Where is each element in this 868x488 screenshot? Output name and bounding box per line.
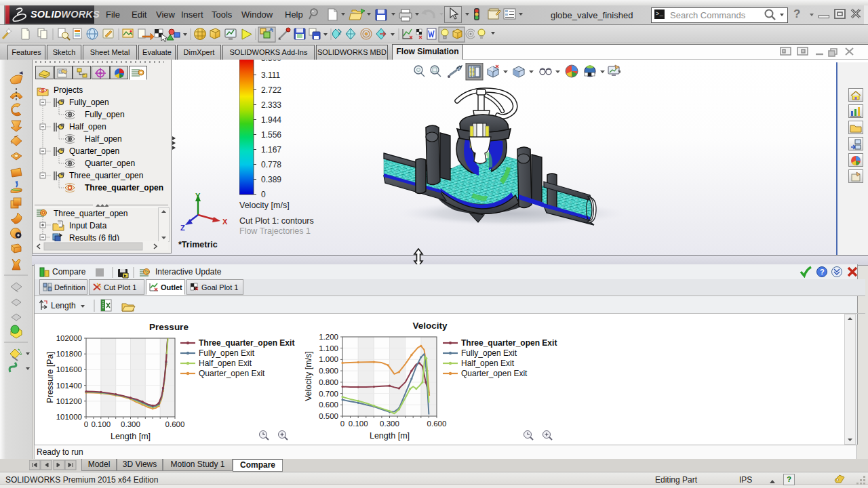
svg-text:0.300: 0.300 bbox=[380, 420, 399, 428]
svg-text:0: 0 bbox=[340, 420, 344, 428]
svg-text:0.500: 0.500 bbox=[319, 412, 338, 420]
svg-text:Quarter_open Exit: Quarter_open Exit bbox=[461, 369, 528, 378]
svg-text:0.900: 0.900 bbox=[319, 367, 338, 375]
svg-text:0: 0 bbox=[84, 420, 88, 428]
svg-text:Three_quarter_open Exit: Three_quarter_open Exit bbox=[199, 338, 294, 348]
svg-text:Length [m]: Length [m] bbox=[111, 432, 151, 441]
svg-text:0.600: 0.600 bbox=[319, 401, 338, 409]
svg-text:X: X bbox=[222, 218, 228, 226]
svg-text:?: ? bbox=[820, 268, 825, 276]
svg-text:1.200: 1.200 bbox=[319, 333, 338, 341]
svg-text:0.100: 0.100 bbox=[91, 420, 111, 428]
svg-text:Length [m]: Length [m] bbox=[370, 431, 410, 441]
svg-text:Fully_open Exit: Fully_open Exit bbox=[461, 348, 517, 358]
svg-text:Half_open Exit: Half_open Exit bbox=[199, 359, 252, 368]
svg-text:1.000: 1.000 bbox=[319, 355, 338, 363]
svg-text:Z: Z bbox=[180, 224, 185, 232]
svg-text:Quarter_open Exit: Quarter_open Exit bbox=[199, 369, 265, 378]
svg-text:Y: Y bbox=[195, 192, 201, 200]
svg-text:Pressure: Pressure bbox=[149, 322, 189, 332]
svg-text:1.100: 1.100 bbox=[319, 344, 338, 352]
svg-text:0.100: 0.100 bbox=[349, 420, 368, 428]
svg-text:101200: 101200 bbox=[56, 397, 82, 405]
svg-text:Three_quarter_open Exit: Three_quarter_open Exit bbox=[461, 338, 557, 348]
svg-text:Velocity [m/s]: Velocity [m/s] bbox=[304, 351, 313, 401]
svg-text:0.700: 0.700 bbox=[319, 390, 338, 398]
svg-text:Half_open Exit: Half_open Exit bbox=[461, 359, 515, 368]
svg-text:101800: 101800 bbox=[56, 350, 82, 358]
svg-text:0.600: 0.600 bbox=[427, 420, 447, 428]
svg-text:101400: 101400 bbox=[56, 382, 82, 390]
svg-text:102000: 102000 bbox=[56, 334, 82, 342]
svg-text:0.300: 0.300 bbox=[121, 420, 140, 428]
svg-text:Fully_open Exit: Fully_open Exit bbox=[199, 348, 255, 358]
svg-text:Velocity: Velocity bbox=[412, 321, 448, 331]
svg-text:0.800: 0.800 bbox=[319, 378, 338, 386]
svg-text:Pressure [Pa]: Pressure [Pa] bbox=[45, 352, 55, 403]
svg-text:101000: 101000 bbox=[56, 413, 82, 421]
svg-text:101600: 101600 bbox=[56, 365, 82, 373]
svg-text:0.600: 0.600 bbox=[165, 420, 185, 428]
